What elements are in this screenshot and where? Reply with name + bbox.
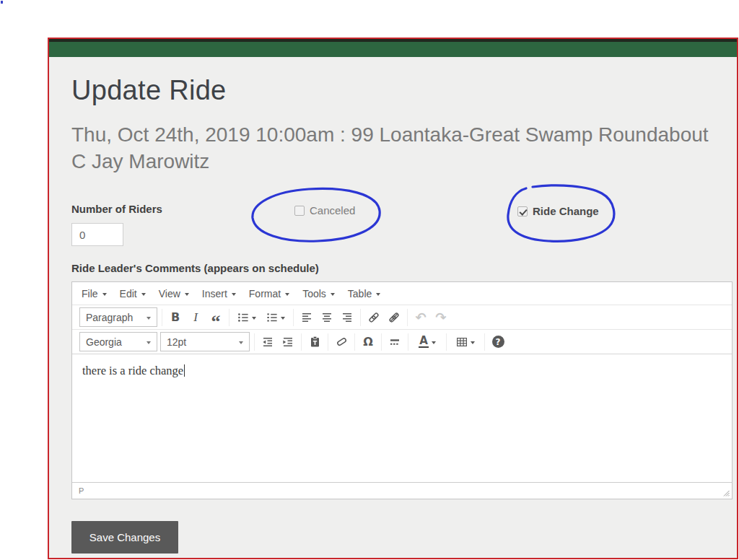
- blockquote-button[interactable]: “: [206, 308, 226, 327]
- align-center-icon: [321, 312, 333, 323]
- chevron-down-icon: [281, 317, 285, 320]
- menu-insert[interactable]: Insert: [196, 284, 242, 303]
- bullet-list-icon: [237, 312, 249, 323]
- align-left-button[interactable]: [297, 308, 317, 327]
- number-of-riders-input[interactable]: [71, 223, 123, 246]
- rich-text-editor: File Edit View Insert Format Tools Table…: [71, 281, 733, 499]
- save-changes-button[interactable]: Save Changes: [71, 521, 178, 554]
- clear-formatting-button[interactable]: [331, 333, 351, 351]
- insert-table-button[interactable]: [450, 333, 481, 351]
- chevron-down-icon: [185, 293, 189, 296]
- help-button[interactable]: ?: [488, 333, 508, 351]
- ride-change-checkbox-group[interactable]: Ride Change: [517, 205, 599, 217]
- chevron-down-icon: [285, 293, 289, 296]
- chevron-down-icon: [147, 317, 151, 320]
- menu-label: Edit: [120, 288, 137, 299]
- blockquote-icon: “: [211, 319, 221, 325]
- menu-tools[interactable]: Tools: [296, 284, 341, 303]
- bold-icon: B: [171, 310, 180, 324]
- eraser-icon: [336, 336, 348, 348]
- chevron-down-icon: [471, 341, 475, 344]
- menu-label: Insert: [202, 288, 227, 299]
- chevron-down-icon: [252, 317, 256, 320]
- undo-icon: ↶: [415, 310, 426, 325]
- text-cursor: [184, 364, 185, 377]
- ride-subtitle-line2: C Jay Marowitz: [71, 150, 209, 172]
- comments-label: Ride Leader's Comments (appears on sched…: [71, 262, 319, 274]
- redo-icon: ↷: [435, 310, 446, 325]
- help-icon: ?: [492, 336, 504, 348]
- font-select-value: Georgia: [86, 336, 122, 348]
- format-select-value: Paragraph: [86, 312, 133, 323]
- top-navbar: [49, 39, 737, 57]
- menu-label: Table: [348, 288, 372, 299]
- align-right-button[interactable]: [337, 308, 357, 327]
- update-ride-panel: Update Ride Thu, Oct 24th, 2019 10:00am …: [48, 38, 738, 559]
- menu-label: View: [159, 288, 180, 299]
- editor-toolbar-row2: Georgia 12pt: [72, 330, 732, 354]
- menu-label: Tools: [302, 288, 326, 299]
- bullet-list-button[interactable]: [232, 308, 261, 327]
- font-size-select[interactable]: 12pt: [160, 332, 250, 351]
- insert-link-button[interactable]: [364, 308, 384, 327]
- menu-edit[interactable]: Edit: [113, 284, 152, 303]
- editor-content-area[interactable]: there is a ride change: [72, 354, 732, 482]
- omega-icon: Ω: [363, 335, 373, 349]
- special-character-button[interactable]: Ω: [358, 333, 378, 351]
- stray-ink-dot: [1, 1, 3, 4]
- menu-table[interactable]: Table: [341, 284, 387, 303]
- undo-button[interactable]: ↶: [411, 308, 431, 327]
- italic-button[interactable]: I: [185, 308, 206, 327]
- canceled-label: Canceled: [310, 204, 355, 216]
- horizontal-rule-icon: [389, 336, 401, 348]
- chevron-down-icon: [432, 341, 436, 344]
- align-right-icon: [341, 312, 353, 323]
- paste-text-icon: [309, 336, 321, 348]
- italic-icon: I: [193, 310, 198, 325]
- chevron-down-icon: [141, 293, 146, 296]
- horizontal-rule-button[interactable]: [385, 333, 405, 351]
- editor-text: there is a ride change: [82, 364, 183, 377]
- decrease-indent-button[interactable]: [258, 333, 278, 351]
- chevron-down-icon: [232, 293, 236, 296]
- canceled-checkbox-group[interactable]: Canceled: [294, 204, 355, 216]
- numbered-list-icon: [266, 312, 278, 323]
- ride-subtitle-line1: Thu, Oct 24th, 2019 10:00am : 99 Loantak…: [71, 123, 709, 146]
- numbered-list-button[interactable]: [261, 308, 290, 327]
- menu-file[interactable]: File: [75, 284, 113, 303]
- redo-button[interactable]: ↷: [431, 308, 451, 327]
- remove-link-button[interactable]: [384, 308, 404, 327]
- menu-label: Format: [249, 288, 281, 299]
- unlink-icon: [388, 312, 400, 323]
- menu-format[interactable]: Format: [242, 284, 296, 303]
- ride-change-label: Ride Change: [533, 205, 599, 217]
- resize-grip-icon[interactable]: [722, 489, 730, 497]
- text-color-button[interactable]: A: [411, 333, 443, 351]
- page-title: Update Ride: [71, 75, 227, 106]
- element-path: P: [79, 486, 84, 495]
- paste-as-text-button[interactable]: [305, 333, 325, 351]
- increase-indent-button[interactable]: [278, 333, 298, 351]
- bold-button[interactable]: B: [165, 308, 185, 327]
- align-center-button[interactable]: [317, 308, 337, 327]
- menu-view[interactable]: View: [152, 284, 196, 303]
- outdent-icon: [262, 336, 274, 348]
- chevron-down-icon: [239, 341, 243, 344]
- menu-label: File: [82, 288, 98, 299]
- paragraph-format-select[interactable]: Paragraph: [79, 307, 157, 327]
- editor-statusbar: P: [72, 482, 732, 499]
- editor-toolbar-row1: Paragraph B I “: [72, 305, 732, 330]
- ride-change-checkbox[interactable]: [517, 206, 528, 216]
- text-color-icon: A: [419, 336, 429, 348]
- chevron-down-icon: [376, 293, 380, 296]
- size-select-value: 12pt: [167, 336, 186, 348]
- chevron-down-icon: [147, 341, 151, 344]
- ride-subtitle: Thu, Oct 24th, 2019 10:00am : 99 Loantak…: [71, 121, 725, 175]
- canceled-checkbox[interactable]: [294, 206, 305, 216]
- number-of-riders-label: Number of Riders: [71, 203, 162, 215]
- chevron-down-icon: [102, 293, 107, 296]
- editor-menubar: File Edit View Insert Format Tools Table: [72, 282, 732, 305]
- indent-icon: [282, 336, 294, 348]
- link-icon: [368, 312, 380, 323]
- font-family-select[interactable]: Georgia: [79, 332, 157, 351]
